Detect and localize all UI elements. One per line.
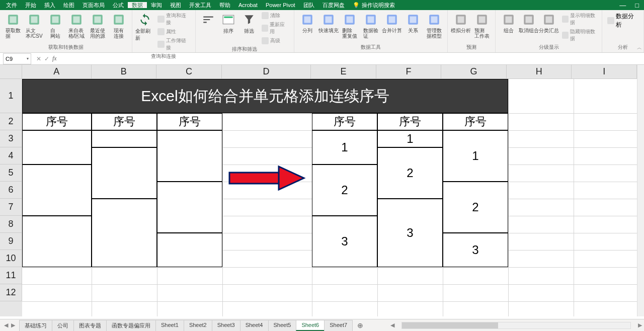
ribbon-button[interactable]: 分列 bbox=[297, 12, 317, 33]
row-header[interactable]: 8 bbox=[0, 216, 22, 233]
fx-icon[interactable]: fx bbox=[52, 55, 60, 62]
ribbon-tab[interactable]: 审阅 bbox=[147, 2, 166, 8]
filter-button[interactable]: 筛选 bbox=[239, 12, 258, 35]
column-header[interactable]: G bbox=[441, 65, 507, 79]
merged-cell[interactable]: 1 bbox=[312, 130, 377, 164]
ribbon-tab[interactable]: Acrobat bbox=[234, 2, 262, 8]
minimize-icon[interactable]: — bbox=[619, 2, 626, 9]
maximize-icon[interactable]: □ bbox=[635, 2, 639, 9]
ribbon-button[interactable]: 取消组合 bbox=[519, 12, 539, 33]
merged-cell[interactable] bbox=[92, 130, 157, 147]
sheet-nav-next-icon[interactable]: ▶ bbox=[11, 322, 15, 328]
hscroll-left-icon[interactable]: ◀ bbox=[388, 322, 396, 328]
ribbon-tab[interactable]: 绘图 bbox=[59, 2, 78, 8]
sheet-tab[interactable]: 函数专题偏应用 bbox=[106, 320, 156, 331]
add-sheet-button[interactable]: ⊕ bbox=[352, 321, 368, 329]
header-cell[interactable]: 序号 bbox=[157, 113, 222, 130]
merged-cell[interactable]: 3 bbox=[443, 233, 508, 267]
row-header[interactable]: 11 bbox=[0, 267, 22, 284]
sheet-nav-prev-icon[interactable]: ◀ bbox=[4, 322, 8, 328]
merged-cell[interactable]: 1 bbox=[443, 130, 508, 182]
sheet-tab[interactable]: Sheet1 bbox=[155, 320, 184, 331]
ribbon-button[interactable]: 关系 bbox=[403, 12, 423, 33]
ribbon-small-item[interactable]: 显示明细数据 bbox=[560, 12, 599, 27]
header-cell[interactable]: 序号 bbox=[443, 113, 508, 130]
header-cell[interactable]: 序号 bbox=[22, 113, 92, 130]
row-header[interactable]: 6 bbox=[0, 182, 22, 199]
sheet-tab[interactable]: 基础练习 bbox=[19, 320, 52, 331]
name-box[interactable]: C9 bbox=[3, 53, 31, 64]
ribbon-button[interactable]: 组合 bbox=[499, 12, 519, 33]
select-all-corner[interactable] bbox=[0, 65, 22, 79]
collapse-ribbon-icon[interactable]: ︿ bbox=[637, 44, 642, 51]
ribbon-tab[interactable]: 团队 bbox=[299, 2, 318, 8]
ribbon-tab[interactable]: Power Pivot bbox=[262, 2, 299, 8]
row-header[interactable]: 1 bbox=[0, 79, 22, 113]
ribbon-tab[interactable]: 文件 bbox=[2, 2, 21, 8]
refresh-all-button[interactable]: 全部刷新 bbox=[135, 12, 154, 42]
header-cell[interactable]: 序号 bbox=[92, 113, 157, 130]
column-header[interactable]: A bbox=[22, 65, 92, 79]
ribbon-button[interactable]: 从文 本/CSV bbox=[24, 12, 44, 39]
merged-cell[interactable]: 3 bbox=[377, 199, 443, 267]
ribbon-tab[interactable]: 页面布局 bbox=[78, 2, 109, 8]
sheet-tab[interactable]: Sheet6 bbox=[296, 320, 325, 331]
spreadsheet-grid[interactable]: ABCDEFGHI 123456789101112 Excel如何给合并单元格添… bbox=[0, 65, 644, 316]
title-cell[interactable]: Excel如何给合并单元格添加连续序号 bbox=[22, 79, 508, 113]
ribbon-tab[interactable]: 百度网盘 bbox=[318, 2, 349, 8]
ribbon-button[interactable]: 删除 重复值 bbox=[340, 12, 360, 39]
ribbon-tab[interactable]: 插入 bbox=[40, 2, 59, 8]
column-header[interactable]: D bbox=[222, 65, 311, 79]
ribbon-tab[interactable]: 公式 bbox=[109, 2, 128, 8]
row-header[interactable]: 7 bbox=[0, 199, 22, 216]
header-cell[interactable]: 序号 bbox=[312, 113, 377, 130]
sheet-tab[interactable]: Sheet4 bbox=[240, 320, 269, 331]
ribbon-tab[interactable]: 开发工具 bbox=[185, 2, 215, 8]
merged-cell[interactable] bbox=[22, 216, 92, 267]
column-header[interactable]: B bbox=[92, 65, 157, 79]
sheet-tab[interactable]: Sheet5 bbox=[268, 320, 297, 331]
merged-cell[interactable] bbox=[22, 130, 92, 164]
ribbon-small-item[interactable]: 重新应用 bbox=[260, 21, 291, 36]
ribbon-button[interactable]: 现有 连接 bbox=[109, 12, 129, 39]
sheet-tab[interactable]: 图表专题 bbox=[73, 320, 107, 331]
sheet-tab[interactable]: Sheet2 bbox=[184, 320, 212, 331]
ribbon-small-item[interactable]: 查询和连接 bbox=[155, 12, 192, 27]
ribbon-small-item[interactable]: 工作簿链接 bbox=[155, 37, 192, 52]
column-header[interactable]: E bbox=[311, 65, 376, 79]
merged-cell[interactable] bbox=[157, 182, 222, 233]
merged-cell[interactable] bbox=[157, 130, 222, 182]
row-header[interactable]: 3 bbox=[0, 130, 22, 147]
merged-cell[interactable]: 3 bbox=[312, 216, 377, 267]
hscroll-right-icon[interactable]: ▶ bbox=[636, 322, 644, 328]
merged-cell[interactable]: 2 bbox=[443, 182, 508, 233]
column-header[interactable]: H bbox=[507, 65, 572, 79]
ribbon-tab[interactable]: 数据 bbox=[128, 2, 147, 8]
horizontal-scrollbar[interactable] bbox=[401, 322, 631, 329]
merged-cell[interactable] bbox=[22, 164, 92, 216]
cancel-formula-icon[interactable]: ✕ bbox=[36, 55, 41, 62]
row-header[interactable]: 12 bbox=[0, 284, 22, 301]
ribbon-tab[interactable]: 开始 bbox=[21, 2, 40, 8]
ribbon-button[interactable]: 预测 工作表 bbox=[472, 12, 492, 39]
ribbon-small-item[interactable]: 隐藏明细数据 bbox=[560, 28, 599, 43]
ribbon-button[interactable]: 获取数 据 bbox=[3, 12, 23, 39]
ribbon-button[interactable]: 管理数 据模型 bbox=[424, 12, 444, 39]
column-header[interactable]: F bbox=[376, 65, 442, 79]
ribbon-button[interactable]: 最近使 用的源 bbox=[88, 12, 108, 39]
sort-button[interactable]: 排序 bbox=[219, 12, 238, 35]
row-header[interactable]: 2 bbox=[0, 113, 22, 130]
ribbon-small-item[interactable]: 高级 bbox=[260, 37, 291, 45]
row-header[interactable]: 4 bbox=[0, 147, 22, 164]
row-header[interactable]: 5 bbox=[0, 164, 22, 182]
data-analysis-button[interactable]: 数据分析 bbox=[605, 12, 640, 30]
ribbon-tab[interactable]: 视图 bbox=[166, 2, 185, 8]
merged-cell[interactable] bbox=[157, 233, 222, 267]
ribbon-button[interactable]: 数据验 证 bbox=[361, 12, 381, 39]
ribbon-button[interactable]: 模拟分析 bbox=[451, 12, 471, 33]
column-header[interactable]: I bbox=[572, 65, 637, 79]
row-header[interactable]: 9 bbox=[0, 233, 22, 250]
sheet-tab[interactable]: 公司 bbox=[52, 320, 74, 331]
merged-cell[interactable] bbox=[92, 199, 157, 267]
ribbon-button[interactable]: 自 网站 bbox=[45, 12, 65, 39]
